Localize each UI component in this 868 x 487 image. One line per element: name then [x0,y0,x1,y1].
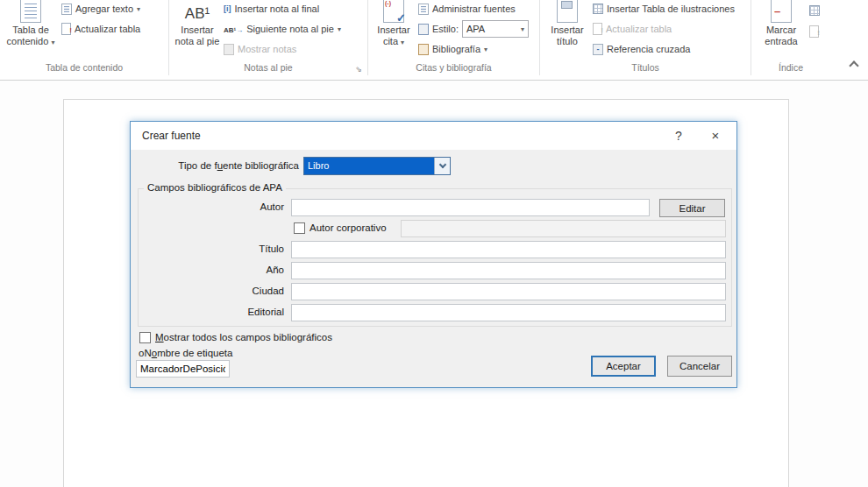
add-text-icon [61,4,72,15]
autor-input[interactable] [291,199,650,216]
update-table-icon: ! [61,23,71,35]
group-label-titulos: Títulos [540,62,751,73]
ribbon-group-tabla-de-contenido: Tabla de contenido ▾ Agregar texto ▾ ! A… [0,0,168,77]
autor-label: Autor [139,201,284,212]
insertar-tabla-ilustraciones-button[interactable]: Insertar Tabla de ilustraciones [593,0,735,18]
group-label-notas-al-pie: Notas al pie [169,62,367,73]
chevron-down-icon: ▾ [521,25,524,33]
editorial-label: Editorial [139,307,284,317]
autor-corporativo-checkbox[interactable] [294,222,305,234]
referencia-cruzada-button[interactable]: - Referencia cruzada [593,40,690,58]
close-icon[interactable]: × [703,126,728,145]
autor-corporativo-label: Autor corporativo [309,222,387,233]
groupbox-label: Campos bibliográficos de APA [144,182,286,193]
footnotes-dialog-launcher-icon[interactable]: ⇘ [355,65,362,74]
mostrar-notas-button: Mostrar notas [224,40,296,58]
chevron-down-icon: ▾ [51,39,54,46]
agregar-texto-button[interactable]: Agregar texto ▾ [61,0,140,18]
style-combobox[interactable]: APA ▾ [462,20,529,38]
group-label-citas-y-bibliografia: Citas y bibliografía [368,62,539,73]
ribbon-group-notas-al-pie: AB¹ Insertar nota al pie [i] Insertar no… [169,0,367,77]
autor-corporativo-input [401,220,726,237]
tabla-de-contenido-button[interactable]: Tabla de contenido ▾ [4,0,58,48]
group-label-indice: Índice [751,62,830,73]
chevron-down-icon: ▾ [137,5,140,13]
nombre-etiqueta-label: oNNombre de etiqueta [139,348,232,358]
chevron-down-icon: ▾ [484,46,487,53]
show-notes-icon [224,44,234,55]
insertar-cita-button[interactable]: (-) ✓ Insertar cita ▾ [372,0,416,48]
titulo-label: Título [139,244,284,254]
next-footnote-icon: AB¹→ [224,24,243,34]
actualizar-tabla-titulos-button: ! Actualizar tabla [593,20,672,38]
apa-fields-groupbox: Campos bibliográficos de APA Autor Edita… [138,188,732,327]
chevron-down-icon [438,161,445,168]
big-button-label: Tabla de [4,25,58,36]
ribbon-group-titulos: Insertar título Insertar Tabla de ilustr… [540,0,751,77]
mostrar-todos-label: Mostrar todos los campos bibliográficos [155,332,332,342]
combobox-dropdown-button[interactable] [434,158,450,174]
insertar-nota-al-final-button[interactable]: [i] Insertar nota al final [224,0,319,18]
marcar-entrada-button[interactable]: * – Marcar entrada [757,0,806,47]
update-table-icon: ! [593,23,602,35]
document-area: Crear fuente ? × Tipo de fuente bibliogr… [0,81,868,487]
estilo-row: Estilo: APA ▾ [418,20,529,38]
table-of-figures-icon [593,4,603,14]
manage-sources-icon [418,4,429,15]
chevron-down-icon: ▾ [401,39,404,46]
endnote-icon: [i] [224,5,231,13]
insert-citation-icon: (-) ✓ [383,0,404,23]
bibliografia-button[interactable]: Bibliografía ▾ [418,40,487,58]
ribbon-references: Tabla de contenido ▾ Agregar texto ▾ ! A… [0,0,868,81]
dialog-titlebar: Crear fuente ? × [131,122,736,150]
style-icon [418,24,429,35]
aceptar-button[interactable]: Aceptar [591,356,656,377]
toc-icon [20,0,41,23]
ribbon-group-indice: * – Marcar entrada ! Índice [751,0,830,77]
titulo-input[interactable] [291,241,726,258]
cross-reference-icon: - [593,44,603,55]
mostrar-todos-checkbox[interactable] [139,332,151,343]
collapse-ribbon-button[interactable] [850,57,857,73]
cancelar-button[interactable]: Cancelar [667,356,732,377]
source-type-combobox[interactable]: Libro [303,157,451,175]
update-index-icon: ! [809,25,819,38]
insertar-nota-al-pie-button[interactable]: AB¹ Insertar nota al pie [174,0,220,47]
chevron-up-icon [849,60,858,70]
type-label: Tipo de fuente bibliográfica [139,160,299,171]
actualizar-tabla-button[interactable]: ! Actualizar tabla [61,20,140,38]
group-label-tabla-de-contenido: Tabla de contenido [0,62,168,73]
crear-fuente-dialog: Crear fuente ? × Tipo de fuente bibliogr… [130,121,737,388]
ciudad-input[interactable] [291,283,726,300]
actualizar-indice-button: ! [809,23,819,40]
anio-label: Año [139,265,284,275]
insert-index-icon [809,5,820,16]
nombre-etiqueta-input[interactable] [136,360,230,378]
editar-button[interactable]: Editar [659,199,725,217]
help-button[interactable]: ? [666,126,691,145]
ciudad-label: Ciudad [139,286,284,296]
mark-entry-icon: * – [771,0,792,23]
insertar-indice-button[interactable] [809,2,820,19]
administrar-fuentes-button[interactable]: Administrar fuentes [418,0,516,18]
editorial-input[interactable] [291,304,726,321]
insertar-titulo-button[interactable]: Insertar título [544,0,591,47]
chevron-down-icon: ▾ [338,25,341,33]
big-button-label: contenido [7,36,49,46]
bibliography-icon [418,44,429,55]
dialog-title: Crear fuente [142,130,201,142]
insert-caption-icon [557,0,578,23]
anio-input[interactable] [291,262,726,279]
footnote-icon: AB¹ [185,5,210,23]
word-references-screen: Tabla de contenido ▾ Agregar texto ▾ ! A… [0,0,868,487]
ribbon-group-citas-y-bibliografia: (-) ✓ Insertar cita ▾ Administrar fuente… [368,0,539,77]
combobox-selected-value: Libro [304,158,434,174]
siguiente-nota-al-pie-button[interactable]: AB¹→ Siguiente nota al pie ▾ [224,20,341,38]
